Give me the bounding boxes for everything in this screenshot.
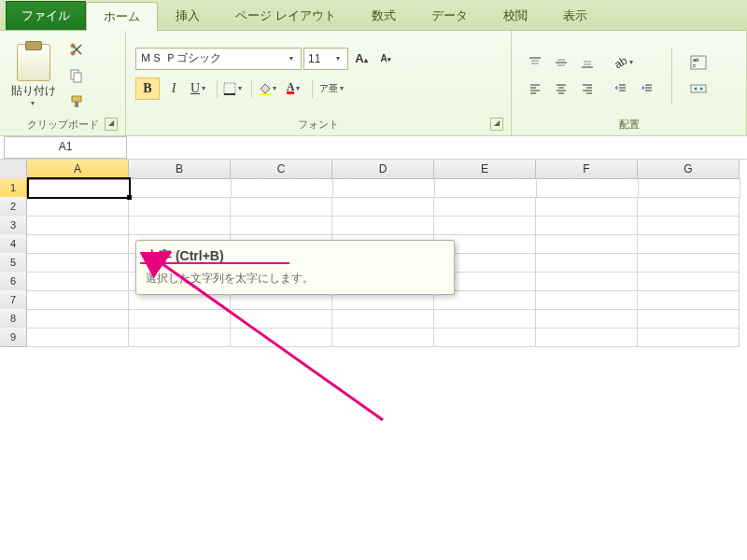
cell[interactable] [638,328,740,347]
wrap-text-button[interactable]: abc [684,51,712,74]
phonetic-button[interactable]: ア亜 ▾ [317,77,349,100]
align-top-button[interactable] [523,51,547,74]
cell[interactable] [27,328,129,347]
tab-review[interactable]: 校閲 [486,1,545,30]
row-header[interactable]: 3 [0,216,27,235]
tab-view[interactable]: 表示 [545,1,605,30]
cell[interactable] [129,197,231,217]
align-bottom-button[interactable] [575,51,599,74]
font-color-button[interactable]: A ▾ [283,77,307,100]
column-header[interactable]: C [231,160,332,179]
cell[interactable] [27,272,129,291]
cell[interactable] [536,197,638,217]
cell[interactable] [638,253,740,273]
orientation-button[interactable]: ab▾ [609,51,642,74]
cell[interactable] [536,272,638,291]
paste-button[interactable]: 貼り付け ▾ [6,44,62,107]
name-box[interactable]: A1 [4,136,127,159]
cell[interactable] [129,309,231,329]
tab-data[interactable]: データ [414,1,486,30]
cell[interactable] [638,309,740,329]
tab-insert[interactable]: 挿入 [158,1,218,30]
row-header[interactable]: 1 [0,178,28,198]
cell[interactable] [129,328,231,347]
align-left-button[interactable] [523,77,547,100]
cell[interactable] [332,197,434,217]
column-header[interactable]: D [332,160,434,179]
merge-button[interactable] [684,77,712,100]
tab-formulas[interactable]: 数式 [354,1,414,30]
cut-button[interactable] [65,38,88,61]
align-middle-button[interactable] [549,51,573,74]
cell[interactable] [536,328,638,347]
cell[interactable] [27,197,129,217]
cell[interactable] [28,178,130,198]
font-launcher[interactable]: ◢ [490,118,503,131]
borders-button[interactable]: ▾ [222,77,247,100]
underline-button[interactable]: U▾ [188,77,212,100]
tab-home[interactable]: ホーム [86,2,158,31]
cell[interactable] [434,197,536,217]
cell[interactable] [333,178,435,198]
column-header[interactable]: E [434,160,536,179]
cell[interactable] [27,290,129,310]
cell[interactable] [536,234,638,254]
cell[interactable] [27,309,129,329]
select-all-corner[interactable] [0,160,27,179]
cell[interactable] [434,328,536,347]
cell[interactable] [537,178,639,198]
cell[interactable] [232,178,333,198]
cell[interactable] [435,178,537,198]
italic-button[interactable]: I [162,77,186,100]
column-header[interactable]: F [536,160,638,179]
column-header[interactable]: G [638,160,740,179]
font-size-select[interactable]: 11 ▾ [303,48,348,70]
cell[interactable] [434,216,536,235]
cell[interactable] [638,290,740,310]
cell[interactable] [27,216,129,235]
cell[interactable] [231,197,332,217]
cell[interactable] [231,216,332,235]
cell[interactable] [130,178,232,198]
row-header[interactable]: 9 [0,328,27,347]
row-header[interactable]: 4 [0,234,27,254]
cell[interactable] [129,216,231,235]
column-header[interactable]: A [27,160,129,180]
cell[interactable] [231,328,332,347]
copy-button[interactable] [65,64,88,87]
tab-pagelayout[interactable]: ページ レイアウト [218,1,354,30]
cell[interactable] [332,216,434,235]
cell[interactable] [536,290,638,310]
cell[interactable] [536,309,638,329]
increase-font-button[interactable]: A▴ [350,48,373,70]
decrease-font-button[interactable]: A▾ [374,48,397,70]
column-header[interactable]: B [129,160,231,179]
clipboard-launcher[interactable]: ◢ [105,118,118,131]
row-header[interactable]: 5 [0,253,27,273]
row-header[interactable]: 7 [0,290,27,310]
format-painter-button[interactable] [65,91,88,113]
bold-button[interactable]: B [135,77,160,100]
cell[interactable] [638,197,740,217]
cell[interactable] [332,309,434,329]
cell[interactable] [332,328,434,347]
cell[interactable] [638,216,740,235]
cell[interactable] [27,253,129,273]
font-name-select[interactable]: ＭＳ Ｐゴシック ▾ [135,48,302,70]
increase-indent-button[interactable] [635,77,659,100]
row-header[interactable]: 6 [0,272,27,291]
cell[interactable] [638,272,740,291]
cell[interactable] [536,253,638,273]
row-header[interactable]: 8 [0,309,27,329]
cell[interactable] [638,234,740,254]
cell[interactable] [27,234,129,254]
cell[interactable] [639,178,740,198]
cell[interactable] [536,216,638,235]
fill-color-button[interactable]: ▾ [257,77,281,100]
align-center-button[interactable] [549,77,573,100]
tab-file[interactable]: ファイル [6,1,86,30]
cell[interactable] [434,309,536,329]
align-right-button[interactable] [575,77,599,100]
row-header[interactable]: 2 [0,197,27,217]
cell[interactable] [231,309,332,329]
